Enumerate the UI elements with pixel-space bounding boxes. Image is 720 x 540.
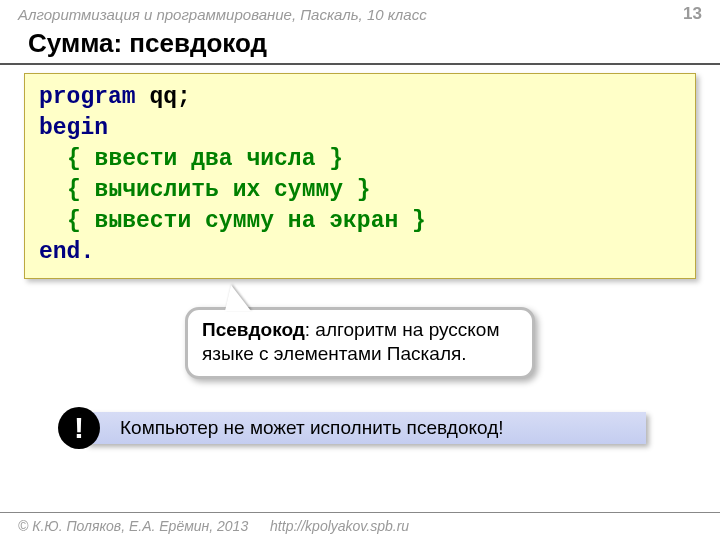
callout-pointer	[225, 285, 251, 311]
course-label: Алгоритмизация и программирование, Паска…	[18, 6, 427, 23]
badge-glyph: !	[74, 413, 84, 443]
code-line-6: end.	[39, 237, 681, 268]
code-line-3: { ввести два числа }	[39, 144, 681, 175]
alert-bar: Компьютер не может исполнить псевдокод!	[86, 412, 646, 444]
exclamation-icon: !	[58, 407, 100, 449]
callout-term: Псевдокод	[202, 319, 305, 340]
code-line-4: { вычислить их сумму }	[39, 175, 681, 206]
code-text: qq;	[136, 84, 191, 110]
comment: { вычислить их сумму }	[67, 177, 371, 203]
code-line-2: begin	[39, 113, 681, 144]
comment: { ввести два числа }	[67, 146, 343, 172]
code-block: program qq; begin { ввести два числа } {…	[24, 73, 696, 279]
code-line-5: { вывести сумму на экран }	[39, 206, 681, 237]
comment: { вывести сумму на экран }	[67, 208, 426, 234]
copyright: © К.Ю. Поляков, Е.А. Ерёмин, 2013	[18, 518, 248, 534]
alert-text: Компьютер не может исполнить псевдокод!	[120, 417, 504, 439]
footer-url: http://kpolyakov.spb.ru	[270, 518, 409, 534]
footer: © К.Ю. Поляков, Е.А. Ерёмин, 2013 http:/…	[0, 512, 720, 540]
code-line-1: program qq;	[39, 82, 681, 113]
slide-title: Сумма: псевдокод	[0, 26, 720, 65]
keyword-end: end.	[39, 239, 94, 265]
callout-body: Псевдокод: алгоритм на русском языке с э…	[185, 307, 535, 379]
keyword-program: program	[39, 84, 136, 110]
callout: Псевдокод: алгоритм на русском языке с э…	[185, 307, 535, 379]
page-number: 13	[683, 4, 702, 24]
alert: Компьютер не может исполнить псевдокод! …	[58, 409, 720, 449]
keyword-begin: begin	[39, 115, 108, 141]
header-bar: Алгоритмизация и программирование, Паска…	[0, 0, 720, 26]
